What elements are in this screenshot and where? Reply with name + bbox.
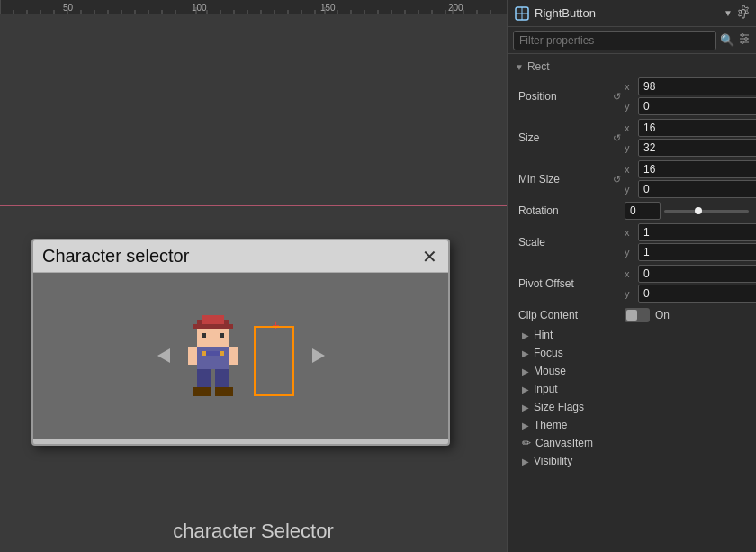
min-size-x-row: x <box>625 160 756 178</box>
size-x-input[interactable] <box>638 119 756 137</box>
size-flags-collapse-arrow: ▶ <box>522 403 529 412</box>
svg-rect-46 <box>202 333 206 338</box>
position-label: Position <box>518 90 608 103</box>
rotation-slider-track[interactable] <box>664 210 749 213</box>
min-size-y-input[interactable] <box>638 180 756 198</box>
position-property-row: Position ↺ x y <box>508 76 756 117</box>
pivot-offset-fields: x y <box>625 265 756 303</box>
scale-y-axis: y <box>625 247 635 258</box>
hint-collapse-item[interactable]: ▶ Hint <box>508 326 756 344</box>
min-size-y-row: y <box>625 180 756 198</box>
svg-point-67 <box>745 38 748 41</box>
scale-y-input[interactable] <box>638 243 756 261</box>
scale-fields: x y <box>625 223 756 261</box>
min-size-x-input[interactable] <box>638 160 756 178</box>
filter-properties-input[interactable] <box>513 31 716 50</box>
clip-content-field: On <box>625 308 749 322</box>
canvas-area: 50 100 150 200 <box>0 0 507 552</box>
clip-content-toggle[interactable] <box>625 308 650 322</box>
hint-collapse-arrow: ▶ <box>522 330 529 340</box>
svg-rect-55 <box>215 387 233 396</box>
position-x-input[interactable] <box>638 77 756 95</box>
pivot-offset-x-axis: x <box>625 268 635 279</box>
min-size-reset-button[interactable]: ↺ <box>608 171 625 187</box>
svg-rect-50 <box>188 347 197 365</box>
size-property-row: Size ↺ x y <box>508 117 756 158</box>
input-collapse-item[interactable]: ▶ Input <box>508 380 756 398</box>
position-y-axis: y <box>625 101 635 112</box>
theme-collapse-item[interactable]: ▶ Theme <box>508 416 756 434</box>
min-size-fields: x y <box>625 160 756 198</box>
svg-rect-56 <box>202 351 206 356</box>
focus-label: Focus <box>534 347 563 359</box>
focus-collapse-item[interactable]: ▶ Focus <box>508 344 756 362</box>
node-name-bar: RightButton ▼ <box>508 0 756 27</box>
svg-marker-59 <box>312 348 325 363</box>
pivot-offset-y-input[interactable] <box>638 285 756 303</box>
min-size-y-axis: y <box>625 184 635 195</box>
size-fields: x y <box>625 119 756 157</box>
filter-row: 🔍 <box>508 27 756 54</box>
filter-settings-icon[interactable] <box>738 32 751 48</box>
pivot-offset-x-input[interactable] <box>638 265 756 283</box>
size-x-axis: x <box>625 122 635 133</box>
visibility-collapse-item[interactable]: ▶ Visibility <box>508 452 756 470</box>
selection-frame: + <box>249 315 299 396</box>
position-fields: x y <box>625 77 756 115</box>
next-character-button[interactable] <box>306 343 331 368</box>
position-reset-button[interactable]: ↺ <box>608 88 625 104</box>
svg-rect-52 <box>197 369 211 387</box>
pivot-offset-y-axis: y <box>625 288 635 299</box>
svg-rect-49 <box>197 347 229 369</box>
rotation-label: Rotation <box>518 204 608 217</box>
svg-rect-54 <box>193 387 211 396</box>
canvas-item-pencil-icon: ✏ <box>522 437 531 449</box>
pivot-offset-x-row: x <box>625 265 756 283</box>
rect-section-header[interactable]: ▼ Rect <box>508 58 756 76</box>
node-name-label: RightButton <box>535 6 720 20</box>
ruler-top: 50 100 150 200 <box>0 0 507 14</box>
svg-text:200: 200 <box>448 3 464 13</box>
rotation-input[interactable] <box>625 202 661 220</box>
scale-y-row: y <box>625 243 756 261</box>
scale-x-row: x <box>625 223 756 241</box>
size-y-axis: y <box>625 142 635 153</box>
size-label: Size <box>518 131 608 144</box>
svg-rect-47 <box>220 333 224 338</box>
character-selector-dialog: Character selector ✕ <box>32 239 450 446</box>
clip-content-toggle-label: On <box>655 309 670 321</box>
character-sprite <box>184 315 242 396</box>
min-size-x-axis: x <box>625 164 635 175</box>
dialog-titlebar: Character selector ✕ <box>33 240 448 273</box>
min-size-label: Min Size <box>518 173 608 186</box>
focus-collapse-arrow: ▶ <box>522 348 529 358</box>
canvas-guide-line <box>0 205 507 206</box>
dialog-title: Character selector <box>42 246 189 267</box>
node-dropdown-icon[interactable]: ▼ <box>724 8 733 18</box>
rotation-slider-thumb <box>695 207 702 214</box>
size-flags-collapse-item[interactable]: ▶ Size Flags <box>508 398 756 416</box>
size-y-input[interactable] <box>638 139 756 157</box>
mouse-label: Mouse <box>534 365 566 377</box>
theme-label: Theme <box>534 419 567 431</box>
canvas-item-row[interactable]: ✏ CanvasItem <box>508 434 756 452</box>
mouse-collapse-item[interactable]: ▶ Mouse <box>508 362 756 380</box>
clip-content-label: Clip Content <box>518 309 608 321</box>
prev-character-button[interactable] <box>151 343 176 368</box>
svg-marker-42 <box>158 348 170 363</box>
canvas-item-label: CanvasItem <box>536 437 593 449</box>
clip-content-property-row: Clip Content ↺ On <box>508 304 756 326</box>
svg-rect-57 <box>220 351 224 356</box>
node-gear-icon[interactable] <box>736 5 751 22</box>
theme-collapse-arrow: ▶ <box>522 421 529 430</box>
scale-x-axis: x <box>625 227 635 238</box>
scale-x-input[interactable] <box>638 223 756 241</box>
svg-text:50: 50 <box>63 3 74 13</box>
visibility-label: Visibility <box>534 455 572 467</box>
svg-rect-58 <box>206 351 220 356</box>
svg-point-68 <box>742 41 744 44</box>
position-y-input[interactable] <box>638 97 756 115</box>
dialog-close-button[interactable]: ✕ <box>419 247 439 267</box>
size-reset-button[interactable]: ↺ <box>608 130 625 146</box>
filter-search-icon: 🔍 <box>720 33 734 47</box>
